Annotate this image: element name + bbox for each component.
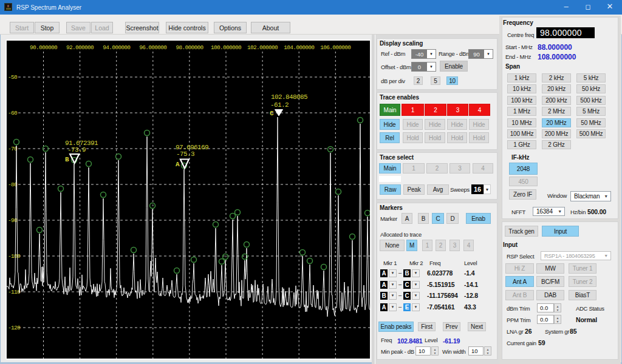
svg-text:A: A bbox=[176, 161, 180, 168]
svg-text:104.000000: 104.000000 bbox=[284, 44, 315, 51]
svg-text:96.000000: 96.000000 bbox=[139, 44, 167, 51]
svg-text:-73.9: -73.9 bbox=[67, 146, 86, 153]
svg-text:-60: -60 bbox=[8, 110, 18, 116]
svg-text:B: B bbox=[65, 156, 69, 163]
svg-text:94.000000: 94.000000 bbox=[103, 44, 131, 51]
svg-text:-90: -90 bbox=[8, 217, 18, 224]
svg-text:90.000000: 90.000000 bbox=[30, 44, 58, 51]
svg-text:C: C bbox=[270, 110, 274, 117]
svg-text:102.848085: 102.848085 bbox=[271, 93, 307, 101]
svg-text:100.000000: 100.000000 bbox=[211, 44, 242, 51]
svg-text:-100: -100 bbox=[8, 253, 21, 260]
svg-text:98.000000: 98.000000 bbox=[176, 44, 203, 51]
svg-text:-120: -120 bbox=[8, 325, 21, 331]
svg-text:-61.2: -61.2 bbox=[270, 101, 289, 109]
svg-text:-110: -110 bbox=[8, 289, 21, 295]
svg-text:106.000000: 106.000000 bbox=[320, 44, 351, 51]
svg-text:-75.3: -75.3 bbox=[176, 150, 194, 158]
svg-text:-50: -50 bbox=[8, 74, 18, 81]
svg-text:102.000000: 102.000000 bbox=[247, 44, 278, 51]
svg-text:92.000000: 92.000000 bbox=[66, 44, 94, 51]
